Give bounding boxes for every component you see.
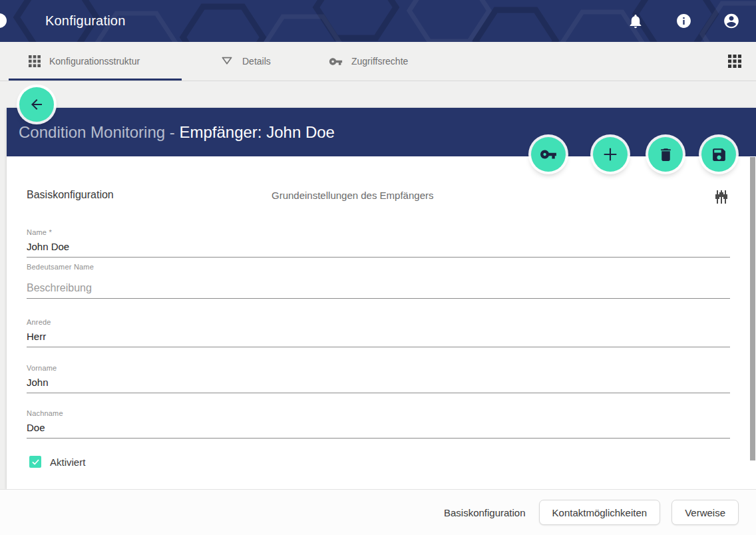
add-button[interactable] <box>593 137 628 172</box>
section-entity: Empfänger: John Doe <box>179 123 334 142</box>
section-title: Condition Monitoring - Empfänger: John D… <box>19 108 335 156</box>
field-vorname: Vorname <box>27 364 730 393</box>
field-label: Bedeutsamer Name <box>27 263 730 271</box>
anrede-input[interactable] <box>27 327 730 347</box>
field-label: Name * <box>27 228 730 236</box>
page: Konfiguration Konfigurationsstruktur <box>0 0 756 535</box>
access-key-button[interactable] <box>531 137 566 172</box>
form-heading: Basiskonfiguration <box>27 189 114 201</box>
section-header: Condition Monitoring - Empfänger: John D… <box>7 108 756 156</box>
save-button[interactable] <box>701 137 736 172</box>
page-title: Konfiguration <box>45 0 125 42</box>
aktiviert-checkbox-row[interactable]: Aktiviert <box>29 456 85 468</box>
tab-details[interactable]: Details <box>220 42 271 81</box>
tab-konfigurationsstruktur[interactable]: Konfigurationsstruktur <box>29 42 140 81</box>
bedeutsamer-name-input[interactable] <box>27 279 730 299</box>
form-heading-row: Basiskonfiguration Grundeinstellungen de… <box>7 188 756 208</box>
grid-icon <box>29 55 41 67</box>
tab-label: Zugriffsrechte <box>351 56 408 67</box>
tune-icon[interactable] <box>712 188 731 206</box>
checkbox-checked-icon[interactable] <box>29 456 41 468</box>
tab-label: Konfigurationsstruktur <box>49 56 140 67</box>
active-tab-indicator <box>9 79 182 81</box>
field-label: Nachname <box>27 409 730 417</box>
field-label: Vorname <box>27 364 730 372</box>
bell-icon[interactable] <box>627 13 644 30</box>
form-subheading: Grundeinstellungen des Empfängers <box>272 190 434 201</box>
save-icon <box>711 146 727 163</box>
key-icon <box>329 55 343 69</box>
footer-active-section[interactable]: Basiskonfiguration <box>444 507 526 518</box>
app-bar-actions <box>627 0 740 42</box>
apps-grid-icon[interactable] <box>728 55 741 71</box>
scrollbar-thumb[interactable] <box>750 157 755 460</box>
vorname-input[interactable] <box>27 373 730 393</box>
account-icon[interactable] <box>723 13 740 30</box>
key-icon <box>540 146 557 163</box>
section-context: Condition Monitoring - <box>19 123 179 142</box>
config-sheet: Condition Monitoring - Empfänger: John D… <box>7 108 756 489</box>
form-card: Basiskonfiguration Grundeinstellungen de… <box>7 156 756 489</box>
delete-button[interactable] <box>648 137 683 172</box>
field-label: Anrede <box>27 318 730 326</box>
name-input[interactable] <box>27 238 730 258</box>
checkbox-label: Aktiviert <box>50 456 85 468</box>
funnel-icon <box>220 55 234 68</box>
field-bedeutsamer-name: Bedeutsamer Name <box>27 263 730 299</box>
back-button[interactable] <box>19 87 54 122</box>
field-name: Name * <box>27 228 730 258</box>
verweise-button[interactable]: Verweise <box>671 500 739 525</box>
field-anrede: Anrede <box>27 318 730 347</box>
nachname-input[interactable] <box>27 419 730 439</box>
info-icon[interactable] <box>675 13 692 30</box>
plus-icon <box>601 145 620 164</box>
footer-bar: Basiskonfiguration Kontaktmöglichkeiten … <box>0 489 756 535</box>
tab-bar: Konfigurationsstruktur Details Zugriffsr… <box>0 42 756 81</box>
kontaktmoeglichkeiten-button[interactable]: Kontaktmöglichkeiten <box>539 500 661 525</box>
tab-label: Details <box>242 56 271 67</box>
trash-icon <box>658 146 674 163</box>
field-nachname: Nachname <box>27 409 730 439</box>
arrow-left-icon <box>29 96 45 112</box>
app-bar: Konfiguration <box>0 0 756 42</box>
tab-zugriffsrechte[interactable]: Zugriffsrechte <box>329 42 408 81</box>
